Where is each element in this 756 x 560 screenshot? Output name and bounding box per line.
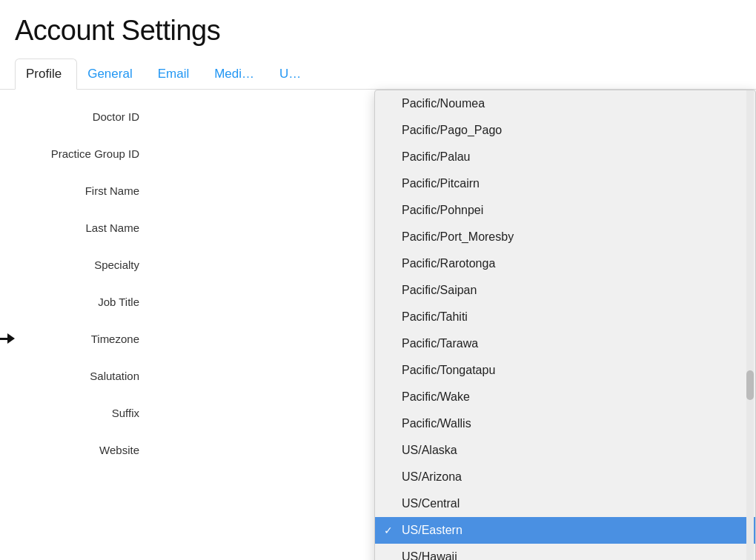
dropdown-item[interactable]: Pacific/Saipan — [375, 277, 755, 304]
label-salutation: Salutation — [15, 370, 148, 382]
timezone-arrow-indicator — [0, 333, 15, 344]
form-area: Doctor ID Practice Group ID First Name L… — [0, 104, 378, 475]
dropdown-item-label: US/Central — [402, 497, 460, 510]
dropdown-item-label: Pacific/Wallis — [402, 417, 471, 430]
label-first-name: First Name — [15, 184, 148, 197]
dropdown-item[interactable]: Pacific/Pitcairn — [375, 170, 755, 197]
label-job-title: Job Title — [15, 296, 148, 308]
dropdown-item-label: Pacific/Tongatapu — [402, 364, 495, 376]
tab-media[interactable]: Medi… — [204, 59, 269, 89]
label-last-name: Last Name — [15, 221, 148, 234]
dropdown-item-label: Pacific/Pitcairn — [402, 177, 480, 190]
dropdown-item[interactable]: Pacific/Palau — [375, 144, 755, 170]
tabs-bar: Profile General Email Medi… U… — [0, 59, 756, 90]
dropdown-item-label: US/Eastern — [402, 524, 462, 536]
form-row-salutation: Salutation — [15, 364, 378, 387]
dropdown-item[interactable]: Pacific/Port_Moresby — [375, 224, 755, 250]
dropdown-item[interactable]: Pacific/Wake — [375, 384, 755, 410]
form-row-doctor-id: Doctor ID — [15, 104, 378, 128]
dropdown-item[interactable]: US/Arizona — [375, 464, 755, 490]
dropdown-item-label: Pacific/Saipan — [402, 284, 477, 296]
dropdown-item-label: US/Hawaii — [402, 550, 457, 560]
dropdown-item-label: US/Arizona — [402, 470, 462, 483]
dropdown-item[interactable]: Pacific/Rarotonga — [375, 250, 755, 277]
label-suffix: Suffix — [15, 407, 148, 419]
dropdown-item-label: Pacific/Pohnpei — [402, 204, 483, 216]
dropdown-item-label: Pacific/Noumea — [402, 97, 485, 110]
form-row-specialty: Specialty — [15, 253, 378, 276]
arrow-head — [7, 333, 15, 344]
dropdown-item[interactable]: Pacific/Tongatapu — [375, 357, 755, 384]
label-practice-group-id: Practice Group ID — [15, 147, 148, 160]
scrollbar — [746, 90, 754, 560]
dropdown-item[interactable]: Pacific/Wallis — [375, 410, 755, 437]
dropdown-item-label: Pacific/Port_Moresby — [402, 230, 514, 243]
form-row-website: Website — [15, 438, 378, 461]
dropdown-item[interactable]: Pacific/Pohnpei — [375, 197, 755, 224]
form-row-practice-group-id: Practice Group ID — [15, 141, 378, 165]
timezone-dropdown-list: Pacific/NoumeaPacific/Pago_PagoPacific/P… — [375, 90, 755, 560]
dropdown-item[interactable]: Pacific/Pago_Pago — [375, 117, 755, 144]
dropdown-item[interactable]: Pacific/Noumea — [375, 90, 755, 117]
tab-general[interactable]: General — [77, 59, 147, 89]
dropdown-item[interactable]: US/Hawaii — [375, 544, 755, 560]
tab-email[interactable]: Email — [147, 59, 205, 89]
dropdown-item[interactable]: Pacific/Tarawa — [375, 330, 755, 357]
dropdown-item-label: Pacific/Tarawa — [402, 337, 478, 350]
label-website: Website — [15, 444, 148, 456]
dropdown-item-label: Pacific/Rarotonga — [402, 257, 495, 270]
form-row-job-title: Job Title — [15, 290, 378, 313]
dropdown-item-label: Pacific/Pago_Pago — [402, 124, 502, 136]
checkmark-icon: ✓ — [384, 524, 393, 536]
dropdown-item[interactable]: US/Central — [375, 490, 755, 517]
form-row-last-name: Last Name — [15, 216, 378, 239]
dropdown-item-label: Pacific/Palau — [402, 150, 471, 163]
form-row-timezone: Timezone — [15, 327, 378, 350]
form-row-first-name: First Name — [15, 179, 378, 202]
dropdown-item[interactable]: ✓US/Eastern — [375, 517, 755, 544]
page-title: Account Settings — [0, 0, 756, 59]
timezone-dropdown: Pacific/NoumeaPacific/Pago_PagoPacific/P… — [374, 90, 756, 560]
dropdown-item[interactable]: US/Alaska — [375, 437, 755, 464]
content-area: Doctor ID Practice Group ID First Name L… — [0, 90, 756, 475]
arrow-shaft — [0, 338, 7, 340]
tab-more[interactable]: U… — [269, 59, 316, 89]
dropdown-item-label: Pacific/Wake — [402, 390, 470, 403]
scrollbar-thumb — [746, 370, 754, 400]
tab-profile[interactable]: Profile — [15, 59, 77, 90]
label-timezone: Timezone — [15, 333, 148, 345]
dropdown-item[interactable]: Pacific/Tahiti — [375, 304, 755, 330]
dropdown-item-label: US/Alaska — [402, 444, 457, 456]
dropdown-item-label: Pacific/Tahiti — [402, 310, 468, 323]
label-specialty: Specialty — [15, 259, 148, 271]
form-row-suffix: Suffix — [15, 401, 378, 424]
label-doctor-id: Doctor ID — [15, 110, 148, 123]
